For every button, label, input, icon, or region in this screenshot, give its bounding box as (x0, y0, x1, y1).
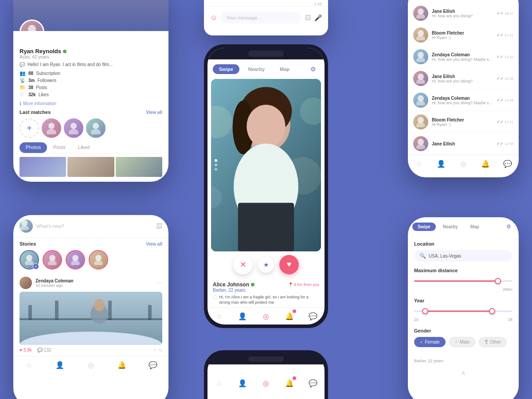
feed-nav-bell[interactable]: 🔔 (117, 360, 127, 370)
bottom-nav-chat[interactable]: 💬 (308, 378, 318, 388)
year-thumb-min[interactable] (422, 308, 428, 314)
msg-content-2: Bloom Fletcher Hi Ryan! :) (432, 31, 493, 40)
post-comments[interactable]: 💬 132 (37, 348, 51, 352)
story-2[interactable] (66, 250, 85, 270)
filter-tab-swipe[interactable]: Swipe (412, 223, 436, 231)
msg-nav-profile[interactable]: 👤 (436, 159, 446, 168)
feed-nav-chat[interactable]: 💬 (148, 360, 158, 370)
svg-point-40 (71, 260, 80, 265)
chevron-up-icon[interactable]: ∧ (461, 369, 466, 376)
distance-thumb[interactable] (495, 278, 501, 284)
year-max-label: 28 (508, 317, 512, 322)
svg-point-22 (416, 35, 425, 40)
tab-photos[interactable]: Photos (20, 142, 47, 153)
distance-section: Maximum distance 20km (414, 268, 512, 292)
post-menu-icon[interactable]: ⋯ (156, 279, 162, 286)
svg-rect-48 (148, 305, 152, 320)
msg-nav-home[interactable]: ⌂ (414, 159, 424, 168)
gender-other-button[interactable]: ⚧ Other (479, 337, 507, 347)
msg-content-5: Zendaya Coleman Hi, how are you doing? M… (432, 96, 493, 105)
filter-bottom-bar: ∧ (408, 367, 519, 379)
msg-avatar-5 (413, 93, 428, 108)
filter-tab-map[interactable]: Map (465, 223, 485, 231)
stories-row: + (13, 248, 168, 273)
swipe-nav-chat[interactable]: 💬 (308, 311, 318, 321)
card-subtitle: Barber, 22 years (213, 288, 319, 293)
svg-rect-44 (20, 318, 162, 320)
like-button[interactable]: ♥ (279, 255, 299, 274)
tab-posts[interactable]: Posts (47, 142, 72, 153)
view-all-matches[interactable]: View all (146, 110, 162, 115)
filter-tab-nearby[interactable]: Nearby (438, 223, 463, 231)
post-shares[interactable]: ↗ 71 (153, 348, 162, 352)
story-add[interactable]: + (20, 250, 39, 270)
year-thumb-max[interactable] (489, 308, 495, 314)
swipe-card[interactable] (211, 79, 321, 251)
tab-nearby[interactable]: Nearby (242, 64, 271, 74)
match-avatar-3[interactable] (86, 118, 106, 138)
filter-button[interactable]: ⚙ (307, 63, 319, 75)
tab-map[interactable]: Map (274, 64, 296, 74)
card-online (251, 283, 254, 286)
swipe-nav-profile[interactable]: 👤 (238, 311, 247, 321)
filter-settings-icon[interactable]: ⚙ (503, 221, 514, 232)
profile-tabs: Photos Posts Liked (20, 142, 162, 153)
photo-thumb-2[interactable] (67, 157, 114, 177)
message-input[interactable]: Your message... (221, 12, 301, 23)
distance-slider[interactable] (414, 277, 512, 286)
msg-item-1[interactable]: Jane Eilish Hi, how are you doing? ✓✓ 18… (408, 3, 519, 24)
add-match-button[interactable]: + (20, 118, 39, 138)
svg-point-24 (416, 57, 425, 62)
bottom-notch-pill (248, 356, 284, 362)
feed-nav-profile[interactable]: 👤 (55, 360, 65, 370)
msg-nav-search[interactable]: ◎ (458, 159, 468, 168)
image-icon[interactable]: 🖼 (305, 14, 311, 21)
feed-input-placeholder[interactable]: What's new? (36, 223, 153, 229)
profile-name: Ryan Reynolds (20, 48, 162, 55)
feed-phone: What's new? 🖼 Stories View all + (13, 215, 168, 399)
tab-liked[interactable]: Liked (72, 142, 96, 153)
msg-nav-bell[interactable]: 🔔 (481, 159, 490, 168)
gender-female-button[interactable]: ♀ Female (414, 337, 446, 347)
swipe-nav-home[interactable]: ⌂ (214, 311, 224, 321)
reject-button[interactable]: ✕ (233, 255, 253, 274)
swipe-nav-bell[interactable]: 🔔 (285, 311, 294, 321)
emoji-icon[interactable]: ☺ (210, 14, 217, 22)
msg-item-4[interactable]: Jane Eilish Hi, how are you doing? ✓✓ 11… (408, 68, 519, 90)
more-info-link[interactable]: ℹ More information (20, 101, 162, 106)
feed-nav-search[interactable]: ◎ (86, 360, 96, 370)
bottom-nav-profile[interactable]: 👤 (238, 378, 247, 388)
story-1[interactable] (43, 250, 62, 270)
post-avatar (20, 277, 32, 289)
svg-point-19 (418, 8, 424, 15)
msg-item-5[interactable]: Zendaya Coleman Hi, how are you doing? M… (408, 90, 519, 111)
msg-item-6[interactable]: Bloom Fletcher Hi Ryan! :) ✓✓ 17:11 (408, 111, 519, 133)
year-slider[interactable] (414, 307, 512, 316)
year-label: Year (414, 298, 512, 303)
photo-thumb-3[interactable] (116, 157, 162, 177)
post-likes[interactable]: ♥ 5.8k (20, 348, 32, 352)
phone-notch-bar (207, 48, 325, 59)
msg-content-6: Bloom Fletcher Hi Ryan! :) (432, 117, 493, 127)
story-3[interactable] (89, 250, 108, 270)
bottom-nav-home[interactable]: ⌂ (214, 378, 224, 388)
msg-nav-chat[interactable]: 💬 (503, 159, 512, 168)
msg-item-3[interactable]: Zendaya Coleman Hi, how are you doing? M… (408, 46, 519, 68)
location-input[interactable]: 🔍 USA, Las-Vegas (414, 250, 512, 262)
msg-item-2[interactable]: Bloom Fletcher Hi Ryan! :) ✓✓ 17:11 (408, 24, 519, 46)
feed-nav-home[interactable]: ⌂ (24, 360, 34, 370)
match-avatar-2[interactable] (64, 118, 83, 138)
svg-point-26 (416, 79, 425, 84)
mic-icon[interactable]: 🎤 (314, 14, 322, 21)
match-avatar-1[interactable] (42, 118, 61, 138)
tab-swipe[interactable]: Swipe (213, 64, 239, 74)
camera-post-icon[interactable]: 🖼 (156, 223, 162, 230)
swipe-nav-search[interactable]: ◎ (261, 311, 271, 321)
star-button[interactable]: ★ (258, 257, 274, 273)
bottom-nav-bell[interactable]: 🔔 (285, 378, 294, 388)
photo-thumb-1[interactable] (20, 157, 66, 177)
gender-male-button[interactable]: ♂ Male (449, 337, 475, 347)
stories-view-all[interactable]: View all (146, 242, 162, 246)
bottom-nav-search[interactable]: ◎ (261, 378, 271, 388)
msg-item-7[interactable]: Jane Eilish ✓✓ 11:58 (408, 133, 519, 155)
